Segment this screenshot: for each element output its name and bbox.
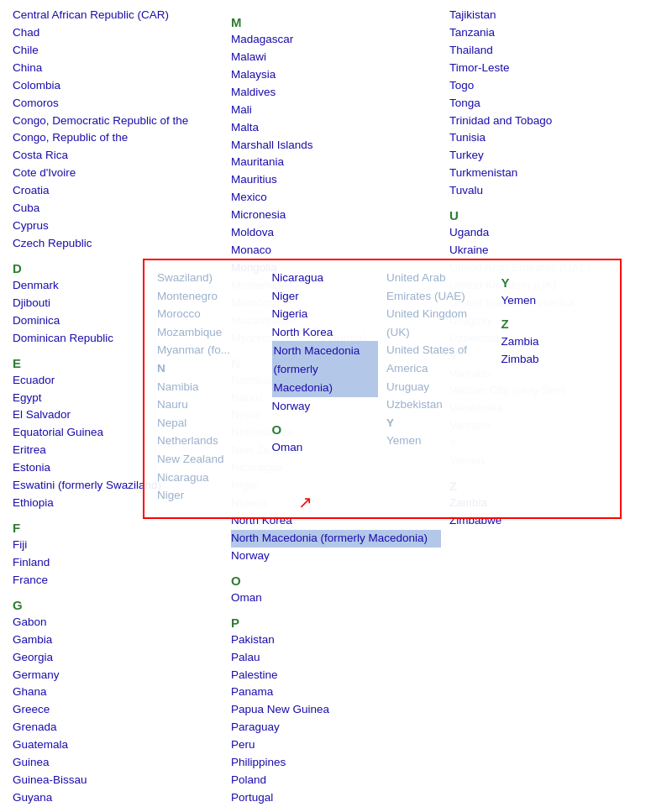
country-link[interactable]: Tajikistan <box>449 7 659 24</box>
country-link[interactable]: Oman <box>231 590 441 607</box>
popup-col-4: Y Yemen Z Zambia Zimbab <box>501 269 608 505</box>
country-link[interactable]: Cuba <box>13 200 223 217</box>
popup-niger-link[interactable]: Niger <box>272 287 379 306</box>
country-link[interactable]: Fiji <box>13 537 223 554</box>
popup-y-letter: Y <box>501 275 608 290</box>
country-link[interactable]: Cote d'Ivoire <box>13 165 223 182</box>
country-link[interactable]: Tonga <box>449 95 659 113</box>
country-link[interactable]: Uganda <box>449 224 659 242</box>
country-link[interactable]: Micronesia <box>231 207 441 224</box>
country-link[interactable]: Palestine <box>231 667 441 684</box>
country-link[interactable]: Thailand <box>449 42 659 60</box>
country-link[interactable]: Chile <box>13 42 223 60</box>
country-link[interactable]: Grenada <box>13 719 223 736</box>
popup-north-korea-link[interactable]: North Korea <box>272 323 379 342</box>
section-letter-f: F <box>13 521 223 535</box>
country-link[interactable]: Trinidad and Tobago <box>449 113 659 130</box>
country-link-highlight[interactable]: North Macedonia (formerly Macedonia) <box>231 530 441 548</box>
popup-mozambique: Mozambique <box>157 323 264 342</box>
country-link[interactable]: Guinea-Bissau <box>13 772 223 789</box>
popup-col-1: Swaziland) Montenegro Morocco Mozambique… <box>157 269 264 505</box>
popup-columns: Swaziland) Montenegro Morocco Mozambique… <box>157 269 607 505</box>
popup-nicaragua-faded: Nicaragua <box>157 469 264 487</box>
popup-o-letter: O <box>272 422 379 437</box>
section-letter-o: O <box>231 574 441 588</box>
country-link[interactable]: Croatia <box>13 182 223 200</box>
country-link[interactable]: Turkmenistan <box>449 165 659 182</box>
popup-uruguay: Uruguay <box>386 378 493 396</box>
country-link[interactable]: Congo, Republic of the <box>13 129 223 147</box>
country-link[interactable]: Moldova <box>231 224 441 242</box>
country-link[interactable]: Ghana <box>13 684 223 701</box>
country-link[interactable]: Malaysia <box>231 66 441 84</box>
country-link[interactable]: Czech Republic <box>13 235 223 253</box>
country-link[interactable]: Togo <box>449 77 659 95</box>
country-link[interactable]: Portugal <box>231 789 441 807</box>
country-link[interactable]: China <box>13 60 223 77</box>
country-link[interactable]: Gambia <box>13 631 223 649</box>
country-link[interactable]: Malawi <box>231 49 441 66</box>
country-link[interactable]: Panama <box>231 684 441 701</box>
country-link[interactable]: Tanzania <box>449 24 659 42</box>
popup-nigeria-link[interactable]: Nigeria <box>272 305 379 323</box>
country-link[interactable]: Marshall Islands <box>231 137 441 155</box>
country-link[interactable]: Monaco <box>231 242 441 259</box>
popup-yemen-link[interactable]: Yemen <box>501 291 608 310</box>
country-link[interactable]: Peru <box>231 736 441 754</box>
section-letter-p: P <box>231 616 441 630</box>
country-link[interactable]: Philippines <box>231 754 441 772</box>
popup-norway-link[interactable]: Norway <box>272 397 379 416</box>
country-link[interactable]: Chad <box>13 24 223 42</box>
country-link[interactable]: Colombia <box>13 77 223 95</box>
country-link[interactable]: Turkey <box>449 147 659 165</box>
country-link[interactable]: Georgia <box>13 649 223 667</box>
popup-zimbab-link[interactable]: Zimbab <box>501 350 608 369</box>
popup-usa: United States of America <box>386 341 493 377</box>
country-link[interactable]: Tunisia <box>449 129 659 147</box>
country-link[interactable]: Paraguay <box>231 719 441 736</box>
popup-col-2: Nicaragua Niger Nigeria North Korea Nort… <box>272 269 379 505</box>
country-link[interactable]: Norway <box>231 548 441 565</box>
country-link[interactable]: Central African Republic (CAR) <box>13 7 223 24</box>
section-letter-g: G <box>13 598 223 612</box>
country-link[interactable]: Palau <box>231 649 441 667</box>
country-link[interactable]: Papua New Guinea <box>231 701 441 719</box>
country-link[interactable]: Guyana <box>13 789 223 807</box>
country-link[interactable]: Malta <box>231 119 441 137</box>
country-link[interactable]: Mauritania <box>231 154 441 171</box>
country-link[interactable]: Guatemala <box>13 736 223 754</box>
country-link[interactable]: Mexico <box>231 189 441 207</box>
popup-north-macedonia-link[interactable]: North Macedonia (formerly Macedonia) <box>272 341 379 397</box>
country-link[interactable]: Mali <box>231 102 441 119</box>
country-link[interactable]: Guinea <box>13 754 223 772</box>
country-link[interactable]: Tuvalu <box>449 182 659 200</box>
country-link[interactable]: Timor-Leste <box>449 60 659 77</box>
popup-niger-faded: Niger <box>157 486 264 505</box>
country-link[interactable]: Germany <box>13 667 223 684</box>
country-link[interactable]: Mauritius <box>231 171 441 189</box>
page-container: Central African Republic (CAR)ChadChileC… <box>0 0 672 807</box>
country-link[interactable]: Madagascar <box>231 31 441 49</box>
country-link[interactable]: Poland <box>231 772 441 789</box>
country-link[interactable]: Cyprus <box>13 217 223 235</box>
country-link[interactable]: Greece <box>13 701 223 719</box>
popup-zambia-link[interactable]: Zambia <box>501 333 608 351</box>
arrow-indicator: ↗ <box>298 492 312 512</box>
popup-overlay: Swaziland) Montenegro Morocco Mozambique… <box>143 259 622 519</box>
country-link[interactable]: Pakistan <box>231 631 441 649</box>
country-link[interactable]: Costa Rica <box>13 147 223 165</box>
country-link[interactable]: Maldives <box>231 84 441 102</box>
country-link[interactable]: Ukraine <box>449 242 659 259</box>
country-link[interactable]: Finland <box>13 554 223 572</box>
country-link[interactable]: Gabon <box>13 614 223 631</box>
popup-morocco: Morocco <box>157 305 264 323</box>
country-link[interactable]: Comoros <box>13 95 223 113</box>
popup-oman-link[interactable]: Oman <box>272 438 379 457</box>
section-letter-m: M <box>231 15 441 29</box>
popup-myanmar: Myanmar (fo... <box>157 341 264 359</box>
popup-nicaragua-link[interactable]: Nicaragua <box>272 269 379 287</box>
country-link[interactable]: France <box>13 572 223 590</box>
country-link[interactable]: Congo, Democratic Republic of the <box>13 113 223 130</box>
popup-y-faded: Y <box>386 414 493 432</box>
popup-z-letter: Z <box>501 317 608 331</box>
